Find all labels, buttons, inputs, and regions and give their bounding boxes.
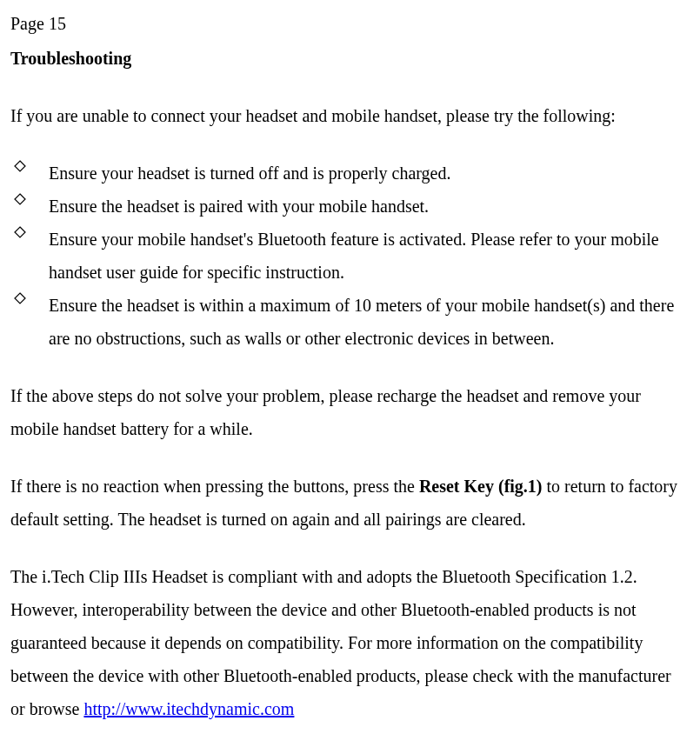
followup-paragraph: If the above steps do not solve your pro…: [10, 379, 690, 445]
intro-paragraph: If you are unable to connect your headse…: [10, 99, 690, 132]
svg-marker-1: [15, 194, 25, 204]
list-item-text: Ensure the headset is paired with your m…: [49, 197, 429, 216]
diamond-icon: [14, 160, 26, 172]
compliance-paragraph: The i.Tech Clip IIIs Headset is complian…: [10, 560, 690, 725]
list-item: Ensure the headset is paired with your m…: [10, 190, 690, 223]
svg-marker-0: [15, 161, 25, 171]
section-heading: Troubleshooting: [10, 42, 690, 75]
list-item: Ensure the headset is within a maximum o…: [10, 289, 690, 355]
diamond-icon: [14, 226, 26, 238]
svg-marker-2: [15, 227, 25, 237]
diamond-icon: [14, 292, 26, 304]
list-item-text: Ensure your mobile handset's Bluetooth f…: [49, 230, 659, 282]
list-item: Ensure your headset is turned off and is…: [10, 157, 690, 190]
list-item-text: Ensure your headset is turned off and is…: [49, 163, 450, 183]
compliance-text: The i.Tech Clip IIIs Headset is complian…: [10, 567, 671, 718]
manufacturer-link[interactable]: http://www.itechdynamic.com: [83, 699, 294, 718]
reset-paragraph: If there is no reaction when pressing th…: [10, 470, 690, 536]
troubleshooting-list: Ensure your headset is turned off and is…: [10, 157, 690, 355]
diamond-icon: [14, 193, 26, 205]
reset-text-before: If there is no reaction when pressing th…: [10, 477, 419, 496]
reset-key-bold: Reset Key (fig.1): [419, 477, 543, 496]
list-item-text: Ensure the headset is within a maximum o…: [49, 296, 674, 348]
page-number: Page 15: [10, 7, 690, 40]
list-item: Ensure your mobile handset's Bluetooth f…: [10, 223, 690, 289]
svg-marker-3: [15, 293, 25, 304]
